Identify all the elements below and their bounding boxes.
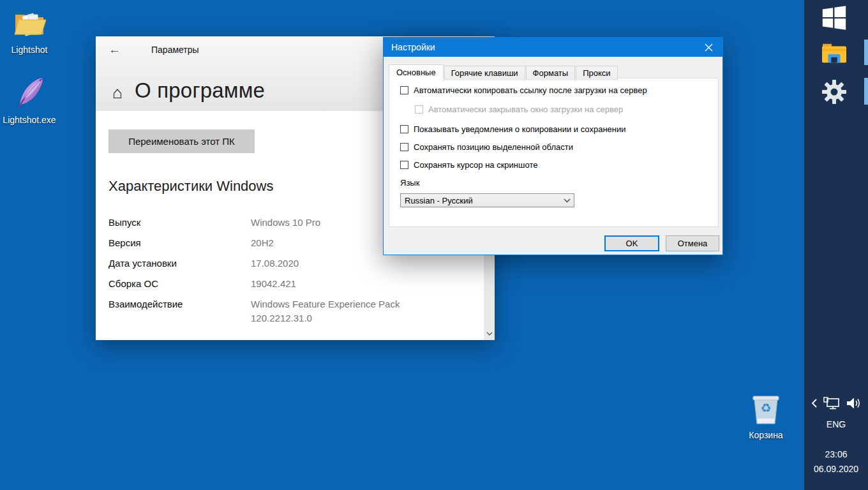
checkbox-save-selection-position[interactable] — [400, 143, 408, 151]
option-row: Сохранять позицию выделенной области — [400, 142, 573, 152]
desktop-icon-label: Lightshot.exe — [3, 115, 56, 125]
option-label: Сохранять позицию выделенной области — [414, 142, 573, 152]
option-row: Автоматически копировать ссылку после за… — [400, 85, 647, 95]
lightshot-settings-dialog: Настройки Основные Горячие клавиши Форма… — [383, 37, 723, 255]
clock-time[interactable]: 23:06 — [804, 449, 868, 459]
tab-proxy[interactable]: Прокси — [576, 66, 617, 80]
start-button[interactable] — [804, 4, 864, 32]
volume-icon[interactable] — [845, 396, 862, 413]
running-app-indicator — [864, 40, 868, 65]
tab-page-main: Автоматически копировать ссылку после за… — [389, 78, 719, 227]
show-hidden-icons-chevron[interactable] — [811, 397, 818, 412]
tab-main[interactable]: Основные — [389, 64, 444, 81]
page-title: О программе — [135, 78, 265, 103]
spec-label: Сборка ОС — [108, 277, 251, 291]
checkbox-show-notifications[interactable] — [400, 125, 408, 133]
spec-label: Выпуск — [108, 216, 251, 230]
checkbox-copy-link[interactable] — [400, 86, 408, 94]
option-label: Автоматически закрывать окно загрузки на… — [428, 105, 623, 114]
desktop-background: Lightshot Lightshot.exe — [0, 0, 868, 490]
language-select[interactable]: Russian - Русский — [400, 193, 574, 207]
desktop-icon-lightshot-folder[interactable]: Lightshot — [0, 5, 59, 55]
dialog-title: Настройки — [391, 38, 435, 57]
spec-value: Windows Feature Experience Pack 120.2212… — [251, 297, 442, 325]
close-icon[interactable] — [694, 38, 722, 57]
feather-icon — [11, 75, 48, 112]
table-row: Сборка ОС 19042.421 — [108, 277, 442, 291]
network-icon[interactable] — [823, 396, 841, 413]
tab-hotkeys[interactable]: Горячие клавиши — [444, 66, 525, 80]
clock-date[interactable]: 06.09.2020 — [804, 464, 868, 474]
tab-formats[interactable]: Форматы — [526, 66, 576, 80]
language-label: Язык — [400, 178, 419, 188]
folder-icon — [11, 5, 48, 42]
option-label: Сохранять курсор на скриншоте — [414, 160, 537, 170]
desktop-icon-label: Lightshot — [11, 45, 48, 55]
chevron-down-icon — [560, 198, 574, 203]
scroll-down-arrow-icon[interactable] — [484, 329, 495, 339]
spec-label: Версия — [108, 236, 251, 250]
table-row: Дата установки 17.08.2020 — [108, 256, 442, 271]
desktop-icon-label: Корзина — [749, 430, 782, 440]
windows-logo-icon — [821, 4, 847, 31]
system-tray — [804, 396, 868, 413]
dialog-tabs: Основные Горячие клавиши Форматы Прокси — [389, 64, 618, 80]
rename-pc-button[interactable]: Переименовать этот ПК — [108, 130, 255, 153]
file-explorer-icon — [821, 41, 848, 66]
recycle-bin-icon: ♻ — [747, 390, 784, 427]
settings-window-title: Параметры — [151, 45, 199, 55]
taskbar: ENG 23:06 06.09.2020 — [804, 0, 868, 490]
desktop-icon-lightshot-exe[interactable]: Lightshot.exe — [0, 75, 59, 125]
dialog-titlebar[interactable]: Настройки — [384, 38, 722, 57]
language-indicator[interactable]: ENG — [804, 419, 868, 429]
spec-label: Взаимодействие — [108, 297, 251, 325]
windows-specs-heading: Характеристики Windows — [108, 178, 273, 195]
option-row: Сохранять курсор на скриншоте — [400, 160, 537, 170]
checkbox-close-upload-window — [415, 105, 423, 114]
svg-text:♻: ♻ — [760, 401, 771, 415]
language-selected-value: Russian - Русский — [401, 196, 560, 205]
spec-value: 19042.421 — [251, 277, 442, 291]
option-row: Показывать уведомления о копировании и с… — [400, 124, 626, 134]
table-row: Взаимодействие Windows Feature Experienc… — [108, 297, 442, 325]
desktop-icon-recycle-bin[interactable]: ♻ Корзина — [737, 390, 795, 440]
file-explorer-button[interactable] — [804, 40, 864, 68]
option-label: Показывать уведомления о копировании и с… — [414, 124, 626, 134]
option-row: Автоматически закрывать окно загрузки на… — [415, 105, 623, 114]
gear-icon — [821, 79, 847, 105]
spec-label: Дата установки — [108, 256, 251, 271]
settings-taskbar-button[interactable] — [804, 78, 864, 106]
checkbox-save-cursor[interactable] — [400, 161, 408, 169]
back-arrow-icon[interactable]: ← — [108, 43, 121, 57]
spec-value: 17.08.2020 — [251, 256, 442, 271]
running-app-indicator — [864, 78, 868, 105]
home-icon: ⌂ — [112, 84, 123, 101]
ok-button[interactable]: OK — [604, 235, 659, 251]
option-label: Автоматически копировать ссылку после за… — [414, 85, 647, 95]
cancel-button[interactable]: Отмена — [666, 235, 719, 251]
